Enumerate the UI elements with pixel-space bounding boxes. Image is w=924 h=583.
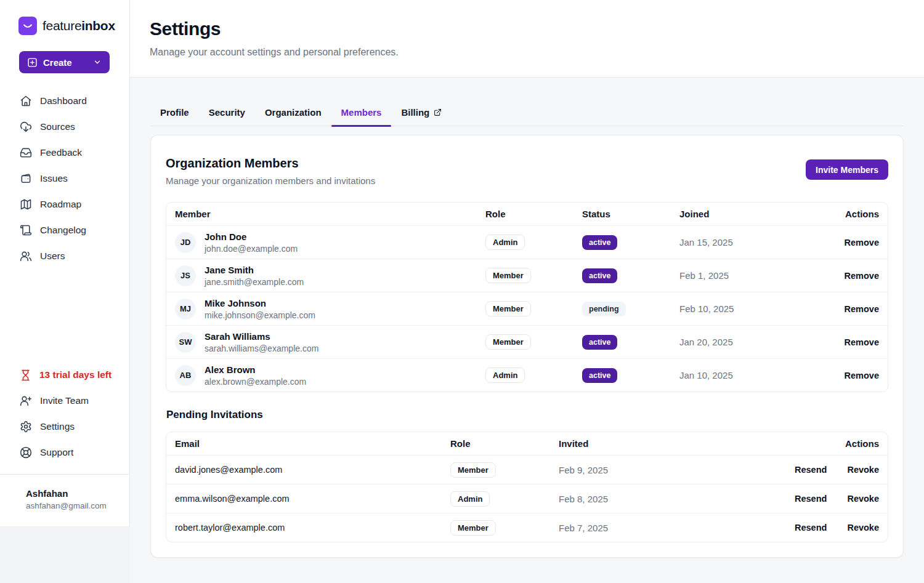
role-badge: Member: [450, 462, 496, 478]
column-header-invited: Invited: [556, 438, 741, 449]
map-icon: [20, 198, 32, 211]
sidebar-item-users[interactable]: Users: [0, 243, 129, 269]
tab-label: Organization: [265, 107, 322, 118]
member-email: john.doe@example.com: [205, 244, 298, 254]
tab-organization[interactable]: Organization: [255, 101, 331, 126]
revoke-invitation-button[interactable]: Revoke: [847, 465, 879, 475]
role-badge: Admin: [450, 491, 490, 507]
invite-members-button[interactable]: Invite Members: [806, 159, 888, 180]
sidebar-item-label: Changelog: [40, 225, 86, 236]
role-badge: Member: [485, 334, 531, 350]
tab-label: Billing: [401, 107, 429, 118]
page-subtitle: Manage your account settings and persona…: [150, 47, 904, 58]
member-email: jane.smith@example.com: [205, 277, 304, 287]
tab-members[interactable]: Members: [331, 101, 392, 126]
resend-invitation-button[interactable]: Resend: [795, 523, 827, 533]
trial-days-indicator[interactable]: 13 trial days left: [0, 362, 129, 388]
column-header-actions: Actions: [741, 438, 881, 449]
remove-member-button[interactable]: Remove: [845, 371, 879, 380]
joined-date: Jan 15, 2025: [677, 237, 813, 247]
member-email: sarah.williams@example.com: [205, 344, 318, 353]
remove-member-button[interactable]: Remove: [845, 337, 879, 347]
sidebar-item-dashboard[interactable]: Dashboard: [0, 88, 129, 114]
status-badge: pending: [582, 302, 626, 316]
list-item: robert.taylor@example.com Member Feb 7, …: [166, 513, 888, 542]
gear-icon: [20, 420, 32, 433]
sidebar-item-changelog[interactable]: Changelog: [0, 217, 129, 243]
invitation-email: emma.wilson@example.com: [172, 494, 448, 504]
column-header-email: Email: [172, 438, 448, 449]
column-header-role: Role: [448, 438, 556, 449]
sidebar-item-sources[interactable]: Sources: [0, 114, 129, 140]
table-row: MJ Mike Johnsonmike.johnson@example.com …: [166, 292, 888, 325]
sidebar-item-label: Issues: [40, 173, 68, 184]
cloud-download-icon: [20, 121, 32, 133]
avatar: MJ: [175, 299, 196, 320]
tab-label: Profile: [160, 107, 189, 118]
remove-member-button[interactable]: Remove: [845, 238, 879, 247]
status-badge: active: [582, 335, 617, 350]
pending-table-header: Email Role Invited Actions: [166, 432, 888, 455]
remove-member-button[interactable]: Remove: [845, 304, 879, 314]
member-name: Jane Smith: [205, 265, 304, 275]
revoke-invitation-button[interactable]: Revoke: [847, 494, 879, 504]
members-table: Member Role Status Joined Actions JD Joh…: [166, 202, 888, 392]
user-account[interactable]: Ashfahan ashfahan@gmail.com: [0, 474, 129, 526]
chevron-down-icon: [93, 58, 102, 66]
create-button[interactable]: Create: [19, 51, 110, 73]
sidebar-bottom-nav: 13 trial days left Invite Team Settings: [0, 362, 129, 526]
role-badge: Member: [485, 268, 531, 283]
avatar: JS: [175, 265, 196, 286]
page-header: Settings Manage your account settings an…: [130, 0, 924, 78]
resend-invitation-button[interactable]: Resend: [795, 465, 827, 475]
page-title: Settings: [150, 18, 904, 39]
wallet-icon: [20, 172, 32, 185]
column-header-status: Status: [580, 209, 677, 219]
sidebar-item-issues[interactable]: Issues: [0, 166, 129, 191]
life-buoy-icon: [20, 446, 32, 459]
avatar: AB: [175, 365, 196, 386]
tab-billing[interactable]: Billing: [391, 101, 452, 126]
members-card-header: Organization Members Manage your organiz…: [166, 150, 888, 202]
sidebar-item-label: Dashboard: [40, 95, 87, 107]
settings-tabs: Profile Security Organization Members Bi…: [150, 101, 904, 126]
status-badge: active: [582, 235, 617, 250]
sidebar-item-label: Settings: [40, 421, 75, 432]
table-row: JS Jane Smithjane.smith@example.com Memb…: [166, 259, 888, 292]
sidebar-item-support[interactable]: Support: [0, 440, 129, 465]
sidebar-item-label: Roadmap: [40, 199, 81, 210]
tab-label: Members: [341, 107, 382, 118]
sidebar-item-settings[interactable]: Settings: [0, 414, 129, 440]
plus-square-icon: [27, 57, 38, 68]
settings-content: Profile Security Organization Members Bi…: [130, 78, 924, 583]
members-card-subtitle: Manage your organization members and inv…: [166, 175, 375, 186]
tab-profile[interactable]: Profile: [150, 101, 199, 126]
joined-date: Jan 10, 2025: [677, 370, 813, 380]
external-link-icon: [434, 108, 442, 116]
tab-label: Security: [209, 107, 245, 118]
joined-date: Jan 20, 2025: [677, 337, 813, 347]
sidebar: featureinbox Create Dashboard: [0, 0, 130, 527]
revoke-invitation-button[interactable]: Revoke: [847, 523, 879, 533]
role-badge: Admin: [485, 368, 525, 383]
remove-member-button[interactable]: Remove: [845, 271, 879, 281]
list-item: emma.wilson@example.com Admin Feb 8, 202…: [166, 484, 888, 513]
invitation-email: robert.taylor@example.com: [172, 523, 448, 533]
member-name: Mike Johnson: [205, 298, 315, 308]
role-badge: Member: [485, 301, 531, 316]
sidebar-item-roadmap[interactable]: Roadmap: [0, 191, 129, 217]
sidebar-item-feedback[interactable]: Feedback: [0, 140, 129, 166]
tab-security[interactable]: Security: [199, 101, 255, 126]
brand-logo-icon: [18, 17, 37, 35]
avatar: SW: [175, 332, 196, 353]
role-badge: Member: [450, 520, 496, 536]
users-icon: [20, 250, 32, 262]
sidebar-item-invite-team[interactable]: Invite Team: [0, 388, 129, 414]
member-email: mike.johnson@example.com: [205, 310, 315, 320]
column-header-member: Member: [172, 209, 483, 219]
sidebar-item-label: Users: [40, 251, 65, 262]
brand-name: featureinbox: [43, 18, 115, 33]
resend-invitation-button[interactable]: Resend: [795, 494, 827, 504]
members-table-header: Member Role Status Joined Actions: [166, 203, 888, 225]
brand[interactable]: featureinbox: [0, 0, 129, 35]
